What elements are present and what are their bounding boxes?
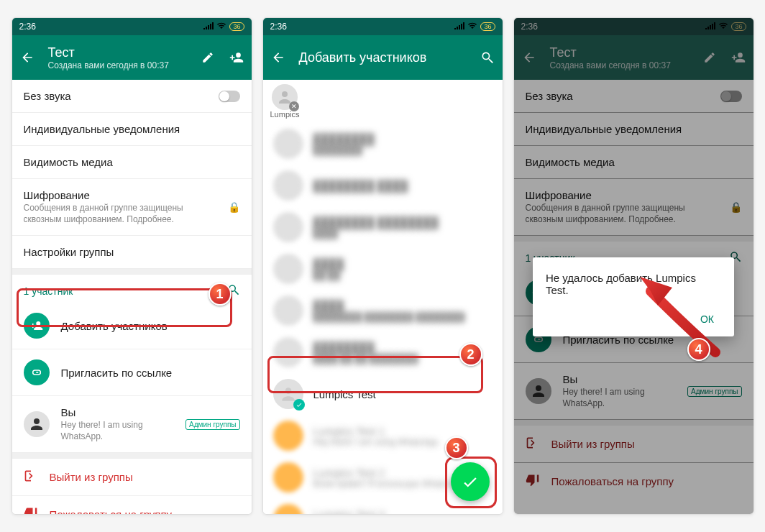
contact-status: ████████	[313, 145, 493, 155]
exit-group-row[interactable]: Выйти из группы	[12, 459, 252, 496]
you-name: Вы	[61, 406, 175, 418]
lock-icon: 🔒	[228, 201, 240, 213]
admin-badge: Админ группы	[185, 419, 239, 430]
error-dialog: Не удалось добавить Lumpics Test. ОК	[533, 257, 734, 336]
add-participants-label: Добавить участников	[61, 320, 240, 332]
contact-status: ████	[313, 229, 493, 239]
contact-avatar	[273, 212, 303, 242]
back-icon-2[interactable]	[270, 50, 286, 65]
remove-chip-icon[interactable]: ✕	[289, 101, 299, 111]
signal-icon-3	[705, 22, 715, 32]
contact-status: ██ ██	[313, 270, 493, 280]
wifi-icon	[216, 22, 226, 32]
contact-name: ████████	[313, 341, 493, 354]
modal-overlay: Не удалось добавить Lumpics Test. ОК	[514, 80, 753, 514]
contact-avatar	[273, 504, 303, 514]
invite-link-row[interactable]: Пригласить по ссылке	[12, 349, 252, 396]
add-participants-header: Добавить участников	[263, 35, 503, 80]
contact-avatar	[273, 129, 303, 159]
media-visibility-label: Видимость медиа	[24, 156, 240, 168]
contact-row-blurred[interactable]: ████████ ████████████	[263, 206, 503, 248]
contact-row-blurred[interactable]: ████████ ████	[263, 165, 503, 206]
contact-status: Hey there! I am using WhatsApp.	[313, 437, 493, 447]
back-icon-3	[521, 50, 537, 65]
you-row[interactable]: Вы Hey there! I am using WhatsApp. Админ…	[12, 396, 252, 453]
status-bar-2: 2:36 36	[263, 18, 503, 35]
encryption-sub: Сообщения в данной группе защищены сквоз…	[24, 203, 216, 225]
group-subtitle: Создана вами сегодня в 00:37	[48, 60, 187, 70]
media-visibility-row[interactable]: Видимость медиа	[12, 146, 252, 179]
svg-point-0	[282, 91, 288, 97]
group-settings-row[interactable]: Настройки группы	[12, 236, 252, 269]
check-icon	[293, 399, 305, 411]
group-title: Тест	[48, 45, 187, 60]
contact-name: ████	[313, 258, 493, 270]
group-info-content: Без звука Индивидуальные уведомления Вид…	[12, 80, 252, 514]
confirm-fab[interactable]	[451, 462, 490, 501]
contact-row-blurred[interactable]: ██████ ██	[263, 248, 503, 290]
contact-avatar	[273, 421, 303, 451]
encryption-row[interactable]: Шифрование Сообщения в данной группе защ…	[12, 179, 252, 236]
contact-avatar	[273, 462, 303, 492]
clock: 2:36	[19, 22, 36, 32]
add-participants-row[interactable]: Добавить участников	[12, 303, 252, 349]
contact-name: ████████	[313, 133, 493, 145]
mute-label: Без звука	[24, 90, 207, 102]
encryption-label: Шифрование	[24, 189, 216, 201]
back-icon[interactable]	[19, 50, 35, 65]
group-title-3: Тест	[550, 45, 689, 60]
custom-notifications-row[interactable]: Индивидуальные уведомления	[12, 113, 252, 146]
contact-avatar	[273, 295, 303, 326]
wifi-icon-3	[718, 22, 728, 32]
contact-row-blurred[interactable]: Lumpics Test 1Hey there! I am using What…	[263, 415, 503, 457]
search-participants-icon[interactable]	[227, 283, 240, 298]
edit-icon-3	[702, 50, 718, 65]
ok-button[interactable]: ОК	[693, 309, 721, 329]
participants-section: 1 участник	[12, 275, 252, 303]
wifi-icon-2	[467, 22, 477, 32]
contact-name: ████	[313, 300, 493, 312]
report-group-row[interactable]: Пожаловаться на группу	[12, 496, 252, 514]
participants-count: 1 участник	[24, 285, 73, 297]
contact-status: ████ ██ ██ ████████	[313, 354, 493, 364]
contact-row-blurred[interactable]: ████████████ ████████ ████████	[263, 290, 503, 331]
signal-icon	[203, 22, 214, 32]
contact-row-blurred[interactable]: ████████████ ██ ██ ████████	[263, 331, 503, 373]
edit-icon[interactable]	[200, 50, 216, 65]
signal-icon-2	[454, 22, 464, 32]
contact-lumpics-test[interactable]: Lumpics Test	[263, 373, 503, 415]
group-settings-label: Настройки группы	[24, 246, 240, 258]
you-status: Hey there! I am using WhatsApp.	[61, 420, 175, 442]
contact-avatar	[273, 170, 303, 201]
screen-2-add-participants: 2:36 36 Добавить участников ✕ Lumpics	[262, 17, 503, 515]
mute-toggle[interactable]	[219, 91, 240, 102]
chip-lumpics[interactable]: ✕ Lumpics	[270, 84, 300, 119]
group-info-content-3: Без звука Индивидуальные уведомления Вид…	[514, 80, 753, 514]
avatar-you	[24, 411, 50, 437]
contact-name: Lumpics Test 1	[313, 425, 493, 437]
group-header-3: Тест Создана вами сегодня в 00:37	[514, 35, 753, 80]
spacer-2	[12, 453, 252, 459]
clock-3: 2:36	[521, 22, 538, 32]
battery-icon-2: 36	[480, 22, 495, 31]
contact-status: ████████ ████████ ████████	[313, 312, 493, 322]
screen-1-group-info: 2:36 36 Тест Создана вами сегодня в 00:3…	[12, 17, 252, 515]
thumb-down-icon	[24, 506, 38, 514]
contact-name: Lumpics Test 3	[313, 508, 493, 515]
link-icon	[24, 359, 50, 385]
selected-chips: ✕ Lumpics	[263, 80, 503, 123]
add-person-header-icon[interactable]	[229, 50, 244, 65]
search-icon[interactable]	[480, 50, 495, 65]
contacts-content: ✕ Lumpics ████████████████████████ █████…	[263, 80, 503, 514]
group-subtitle-3: Создана вами сегодня в 00:37	[550, 60, 689, 70]
chip-avatar: ✕	[272, 84, 298, 110]
add-person-icon	[24, 313, 50, 339]
contact-row-blurred[interactable]: ████████████████	[263, 123, 503, 165]
contact-avatar	[273, 254, 303, 284]
add-person-header-icon-3	[730, 50, 746, 65]
spacer	[12, 269, 252, 275]
report-group-label: Пожаловаться на группу	[50, 508, 240, 514]
status-bar: 2:36 36	[12, 18, 252, 35]
group-header: Тест Создана вами сегодня в 00:37	[12, 35, 252, 80]
mute-row[interactable]: Без звука	[12, 80, 252, 113]
